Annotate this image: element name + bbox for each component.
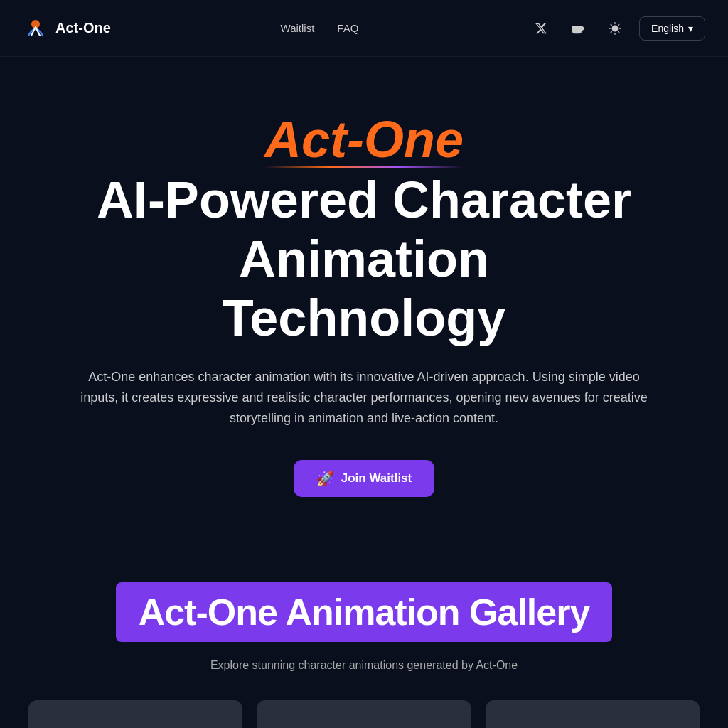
language-label: English [651, 23, 684, 34]
video-thumbnail-1 [28, 700, 242, 728]
svg-line-10 [619, 24, 619, 25]
navbar: Act-One Waitlist FAQ [0, 0, 728, 57]
gallery-title: Act-One Animation Gallery [139, 591, 590, 633]
video-card-1: ▶ 0:00 🔇 ⛶ ⋮ [28, 700, 242, 728]
rocket-icon: 🚀 [316, 470, 334, 487]
gallery-subtitle: Explore stunning character animations ge… [210, 659, 518, 672]
video-thumbnail-3 [486, 700, 700, 728]
hero-section: Act-One AI-Powered Character AnimationTe… [0, 57, 728, 540]
nav-waitlist[interactable]: Waitlist [281, 22, 315, 34]
hero-description: Act-One enhances character animation wit… [73, 367, 655, 428]
hero-main-title: AI-Powered Character AnimationTechnology [28, 171, 700, 347]
svg-point-2 [612, 26, 618, 31]
logo-text: Act-One [55, 20, 111, 36]
logo-icon [23, 16, 48, 41]
x-twitter-button[interactable] [528, 16, 554, 41]
navbar-logo-area: Act-One [23, 16, 111, 41]
video-thumbnail-2 [257, 700, 471, 728]
svg-line-9 [611, 31, 611, 32]
gallery-section: Act-One Animation Gallery Explore stunni… [0, 540, 728, 728]
hero-title-area: Act-One AI-Powered Character AnimationTe… [28, 114, 700, 347]
join-waitlist-label: Join Waitlist [341, 471, 412, 486]
svg-line-5 [611, 24, 611, 25]
gallery-title-wrapper: Act-One Animation Gallery [116, 582, 613, 642]
video-grid: ▶ 0:00 🔇 ⛶ ⋮ ▶ 0:00 🔇 ⛶ [28, 700, 700, 728]
join-waitlist-button[interactable]: 🚀 Join Waitlist [294, 460, 435, 497]
navbar-nav: Waitlist FAQ [281, 22, 359, 34]
video-card-2: ▶ 0:00 🔇 ⛶ ⋮ [257, 700, 471, 728]
hero-accent-title: Act-One [264, 114, 464, 165]
coffee-button[interactable] [565, 16, 591, 41]
theme-toggle-button[interactable] [602, 16, 628, 41]
chevron-down-icon: ▾ [688, 23, 693, 34]
svg-line-6 [619, 31, 619, 32]
nav-faq[interactable]: FAQ [337, 22, 358, 34]
language-selector[interactable]: English ▾ [639, 16, 705, 41]
navbar-actions: English ▾ [528, 16, 705, 41]
video-card-3: ▶ 0:00 🔇 ⛶ ⋮ [486, 700, 700, 728]
